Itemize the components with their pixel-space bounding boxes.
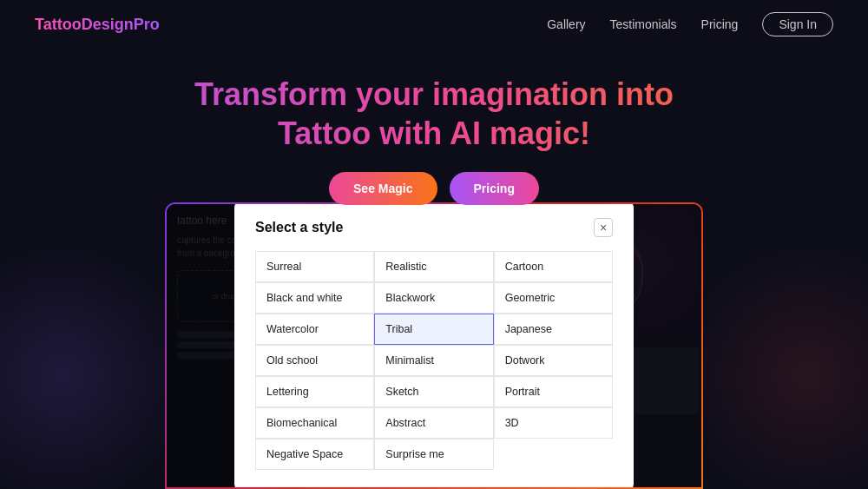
style-item-lettering[interactable]: Lettering [255, 376, 374, 407]
hero-line1: Transform your imagination into [194, 76, 674, 112]
bg-glow-left [0, 245, 191, 490]
bg-glow-right [677, 245, 868, 490]
style-item-portrait[interactable]: Portrait [494, 376, 613, 407]
hero-line2: Tattoo with AI magic! [278, 116, 590, 151]
modal-overlay: Select a style × SurrealRealisticCartoon… [167, 204, 701, 487]
see-magic-button[interactable]: See Magic [329, 172, 437, 205]
style-item-biomechanical[interactable]: Biomechanical [255, 407, 374, 439]
hero-headline: Transform your imagination into Tattoo w… [17, 75, 851, 153]
signin-button[interactable]: Sign In [762, 12, 833, 36]
style-item-sketch[interactable]: Sketch [374, 376, 493, 407]
navbar: TattooDesignPro Gallery Testimonials Pri… [0, 0, 868, 49]
nav-links: Gallery Testimonials Pricing Sign In [547, 12, 833, 36]
style-item-old-school[interactable]: Old school [255, 345, 374, 376]
style-item-dotwork[interactable]: Dotwork [494, 345, 613, 376]
style-modal: Select a style × SurrealRealisticCartoon… [234, 202, 634, 489]
style-item-watercolor[interactable]: Watercolor [255, 314, 374, 345]
app-preview-wrapper: tattoo here captures the concept of a bu… [165, 202, 703, 489]
nav-testimonials[interactable]: Testimonials [610, 17, 677, 31]
style-item-cartoon[interactable]: Cartoon [494, 251, 613, 282]
style-item-geometric[interactable]: Geometric [494, 282, 613, 314]
style-item-surprise-me[interactable]: Surprise me [374, 439, 493, 470]
nav-gallery[interactable]: Gallery [547, 17, 585, 31]
hero-section: Transform your imagination into Tattoo w… [0, 49, 868, 222]
hero-buttons: See Magic Pricing [17, 172, 851, 205]
style-item-abstract[interactable]: Abstract [374, 407, 493, 439]
app-preview: tattoo here captures the concept of a bu… [165, 202, 703, 489]
style-item-3d[interactable]: 3D [494, 407, 613, 439]
style-grid: SurrealRealisticCartoonBlack and whiteBl… [255, 251, 613, 470]
style-item-negative-space[interactable]: Negative Space [255, 439, 374, 470]
style-item-realistic[interactable]: Realistic [374, 251, 493, 282]
pricing-button[interactable]: Pricing [450, 172, 539, 205]
style-item-minimalist[interactable]: Minimalist [374, 345, 493, 376]
style-item-black-and-white[interactable]: Black and white [255, 282, 374, 314]
nav-pricing[interactable]: Pricing [701, 17, 739, 31]
logo[interactable]: TattooDesignPro [35, 16, 160, 34]
style-item-blackwork[interactable]: Blackwork [374, 282, 493, 314]
style-item-surreal[interactable]: Surreal [255, 251, 374, 282]
style-item-tribal[interactable]: Tribal [374, 314, 493, 345]
app-inner: tattoo here captures the concept of a bu… [167, 204, 701, 487]
style-item-japanese[interactable]: Japanese [494, 314, 613, 345]
